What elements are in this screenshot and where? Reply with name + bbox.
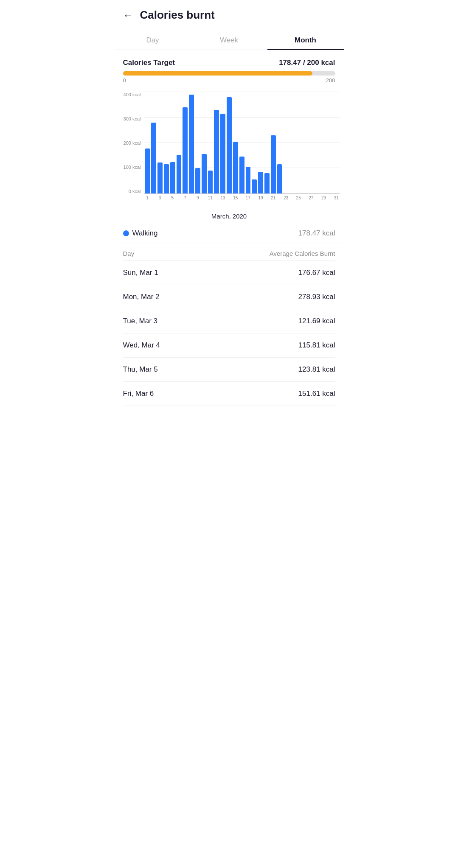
bars-container [144, 92, 340, 193]
x-label [226, 196, 232, 200]
data-table: Day Average Calories Burnt Sun, Mar 1176… [115, 243, 344, 406]
x-label: 23 [283, 196, 289, 200]
chart-bar [145, 148, 150, 193]
tab-week[interactable]: Week [191, 30, 267, 50]
x-label: 3 [157, 196, 163, 200]
legend-left: Walking [123, 229, 158, 238]
table-row: Mon, Mar 2278.93 kcal [123, 285, 335, 309]
progress-min-label: 0 [123, 77, 126, 84]
x-label: 19 [258, 196, 264, 200]
progress-bar-fill [123, 71, 312, 76]
back-button[interactable]: ← [123, 9, 133, 21]
x-label [176, 196, 182, 200]
chart-bar [164, 164, 169, 193]
chart-bar [157, 162, 163, 193]
target-value: 178.47 / 200 kcal [279, 59, 335, 67]
y-label: 0 kcal [129, 189, 141, 194]
x-label [276, 196, 283, 200]
x-label: 15 [232, 196, 239, 200]
chart-bar [239, 157, 244, 193]
chart-title: March, 2020 [119, 213, 340, 224]
chart-bar [170, 162, 175, 193]
table-cal-value: 121.69 kcal [298, 317, 335, 325]
x-label: 9 [194, 196, 201, 200]
legend-label: Walking [132, 229, 158, 238]
header: ← Calories burnt [115, 0, 344, 26]
chart-area [144, 92, 340, 194]
tab-day[interactable]: Day [115, 30, 191, 50]
x-label: 27 [308, 196, 314, 200]
table-row: Fri, Mar 6151.61 kcal [123, 382, 335, 406]
legend-section: Walking 178.47 kcal [115, 224, 344, 243]
table-day-label: Sun, Mar 1 [123, 269, 158, 277]
x-label [264, 196, 270, 200]
table-row: Thu, Mar 5123.81 kcal [123, 358, 335, 382]
y-label: 200 kcal [124, 140, 141, 146]
chart-bar [246, 167, 251, 193]
x-label [150, 196, 157, 200]
table-row: Sun, Mar 1176.67 kcal [123, 261, 335, 285]
x-label: 7 [182, 196, 188, 200]
x-label [302, 196, 308, 200]
table-day-label: Tue, Mar 3 [123, 317, 158, 325]
chart-section: 400 kcal300 kcal200 kcal100 kcal0 kcal 1… [115, 88, 344, 224]
table-day-label: Wed, Mar 4 [123, 341, 160, 350]
chart-bar [227, 97, 232, 193]
table-day-label: Fri, Mar 6 [123, 389, 154, 398]
table-header-day: Day [123, 250, 135, 257]
x-label [188, 196, 194, 200]
table-rows: Sun, Mar 1176.67 kcalMon, Mar 2278.93 kc… [123, 261, 335, 406]
x-label [239, 196, 245, 200]
table-cal-value: 123.81 kcal [298, 365, 335, 374]
page-title: Calories burnt [140, 8, 215, 22]
calories-target-section: Calories Target 178.47 / 200 kcal 0 200 [115, 50, 344, 88]
chart-x-labels: 135791113151719212325272931 [144, 196, 340, 200]
chart-bar [189, 95, 194, 193]
x-label [214, 196, 220, 200]
x-label [201, 196, 207, 200]
x-label: 21 [270, 196, 276, 200]
x-label: 11 [207, 196, 214, 200]
chart-container: 400 kcal300 kcal200 kcal100 kcal0 kcal 1… [119, 92, 340, 211]
x-label [327, 196, 333, 200]
chart-bar [177, 155, 182, 193]
chart-bar [208, 171, 213, 193]
legend-dot [123, 230, 129, 236]
chart-bar [202, 154, 207, 193]
chart-y-labels: 400 kcal300 kcal200 kcal100 kcal0 kcal [119, 92, 143, 194]
progress-bar-background [123, 71, 335, 76]
table-day-label: Thu, Mar 5 [123, 365, 158, 374]
table-header-avg: Average Calories Burnt [270, 250, 335, 257]
tab-bar: Day Week Month [115, 26, 344, 50]
table-cal-value: 278.93 kcal [298, 293, 335, 301]
tab-month[interactable]: Month [267, 30, 344, 50]
chart-bar [252, 179, 257, 193]
chart-bar [233, 142, 238, 193]
chart-bar [151, 123, 156, 193]
y-label: 100 kcal [124, 165, 141, 170]
x-label: 31 [333, 196, 340, 200]
target-label: Calories Target [123, 59, 175, 67]
table-header: Day Average Calories Burnt [123, 243, 335, 261]
chart-bar [258, 172, 263, 193]
x-label: 1 [144, 196, 151, 200]
chart-bar [195, 168, 200, 193]
x-label: 25 [295, 196, 302, 200]
x-label: 5 [169, 196, 176, 200]
table-row: Tue, Mar 3121.69 kcal [123, 309, 335, 333]
x-label: 29 [320, 196, 327, 200]
x-label [163, 196, 169, 200]
table-cal-value: 151.61 kcal [298, 389, 335, 398]
y-label: 400 kcal [124, 92, 141, 97]
x-label: 17 [245, 196, 251, 200]
table-cal-value: 115.81 kcal [298, 341, 335, 350]
chart-bar [183, 107, 188, 193]
table-row: Wed, Mar 4115.81 kcal [123, 333, 335, 358]
table-day-label: Mon, Mar 2 [123, 293, 160, 301]
y-label: 300 kcal [124, 116, 141, 121]
chart-bar [220, 114, 225, 193]
x-label [314, 196, 320, 200]
x-label [251, 196, 258, 200]
chart-bar [264, 173, 270, 193]
legend-value: 178.47 kcal [298, 229, 335, 238]
